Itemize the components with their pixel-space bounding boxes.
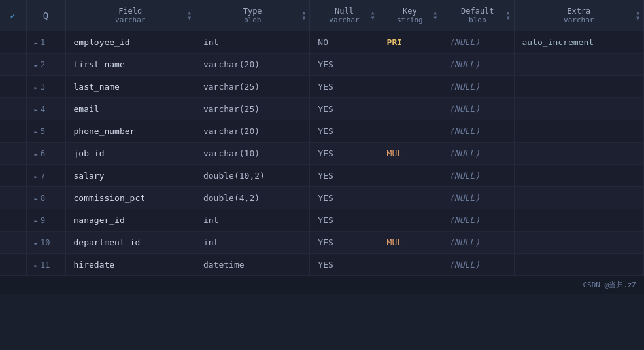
row-number: 3 <box>41 82 50 92</box>
key-cell <box>379 165 441 187</box>
default-cell: (NULL) <box>441 76 514 98</box>
row-expand-num[interactable]: ►11 <box>26 254 65 276</box>
table-row[interactable]: ►9manager_idintYES(NULL) <box>0 209 644 232</box>
row-expand-num[interactable]: ►1 <box>26 31 65 54</box>
expand-icon[interactable]: ► <box>35 40 38 46</box>
table-row[interactable]: ►7salarydouble(10,2)YES(NULL) <box>0 165 644 187</box>
table-row[interactable]: ►5phone_numbervarchar(20)YES(NULL) <box>0 120 644 143</box>
expand-icon[interactable]: ► <box>35 62 38 69</box>
field-column-header[interactable]: Fieldvarchar ▲▼ <box>65 0 195 31</box>
table-row[interactable]: ►2first_namevarchar(20)YES(NULL) <box>0 54 644 76</box>
row-checkbox[interactable] <box>0 76 26 98</box>
row-number: 6 <box>41 149 50 158</box>
expand-icon[interactable]: ► <box>35 262 38 269</box>
default-col-subtype: blob <box>449 16 505 24</box>
key-cell <box>379 187 441 209</box>
table-body: ►1employee_idintNOPRI(NULL)auto_incremen… <box>0 31 644 276</box>
null-cell: YES <box>310 143 379 165</box>
table-row[interactable]: ►11hiredatedatetimeYES(NULL) <box>0 254 644 276</box>
table-row[interactable]: ►10department_idintYESMUL(NULL) <box>0 232 644 254</box>
row-checkbox[interactable] <box>0 165 26 187</box>
type-cell: int <box>195 209 309 232</box>
expand-icon[interactable]: ► <box>35 173 38 180</box>
type-cell: int <box>195 31 309 54</box>
type-cell: varchar(20) <box>195 54 309 76</box>
footer-credit: CSDN @当归.zZ <box>0 276 644 294</box>
search-header[interactable]: Q <box>26 0 65 31</box>
search-icon[interactable]: Q <box>43 10 48 21</box>
key-cell <box>379 98 441 120</box>
key-cell: MUL <box>379 232 441 254</box>
row-checkbox[interactable] <box>0 98 26 120</box>
key-col-subtype: string <box>387 16 433 24</box>
row-checkbox[interactable] <box>0 54 26 76</box>
type-cell: varchar(10) <box>195 143 309 165</box>
null-sort-arrows[interactable]: ▲▼ <box>371 10 375 21</box>
type-column-header[interactable]: Typeblob ▲▼ <box>195 0 309 31</box>
type-cell: int <box>195 232 309 254</box>
row-expand-num[interactable]: ►5 <box>26 120 65 143</box>
row-expand-num[interactable]: ►8 <box>26 187 65 209</box>
database-table: ✓ Q Fieldvarchar ▲▼ Typeblob ▲▼ Nullvarc… <box>0 0 644 276</box>
row-checkbox[interactable] <box>0 187 26 209</box>
default-cell: (NULL) <box>441 165 514 187</box>
null-column-header[interactable]: Nullvarchar ▲▼ <box>310 0 379 31</box>
row-expand-num[interactable]: ►3 <box>26 76 65 98</box>
extra-cell <box>514 143 644 165</box>
null-cell: YES <box>310 187 379 209</box>
row-expand-num[interactable]: ►6 <box>26 143 65 165</box>
row-number: 8 <box>41 194 50 203</box>
expand-icon[interactable]: ► <box>35 196 38 202</box>
field-sort-arrows[interactable]: ▲▼ <box>188 10 191 21</box>
row-checkbox[interactable] <box>0 254 26 276</box>
key-cell <box>379 76 441 98</box>
expand-icon[interactable]: ► <box>35 151 38 158</box>
row-expand-num[interactable]: ►10 <box>26 232 65 254</box>
key-pri: PRI <box>387 37 402 47</box>
field-cell: employee_id <box>65 31 195 54</box>
row-expand-num[interactable]: ►9 <box>26 209 65 232</box>
row-expand-num[interactable]: ►7 <box>26 165 65 187</box>
null-cell: NO <box>310 31 379 54</box>
expand-icon[interactable]: ► <box>35 240 38 247</box>
row-number: 11 <box>41 260 55 270</box>
table-row[interactable]: ►8commission_pctdouble(4,2)YES(NULL) <box>0 187 644 209</box>
field-cell: phone_number <box>65 120 195 143</box>
row-checkbox[interactable] <box>0 143 26 165</box>
extra-cell <box>514 54 644 76</box>
extra-column-header[interactable]: Extravarchar ▲▼ <box>514 0 644 31</box>
expand-icon[interactable]: ► <box>35 129 38 135</box>
row-checkbox[interactable] <box>0 209 26 232</box>
table-row[interactable]: ►6job_idvarchar(10)YESMUL(NULL) <box>0 143 644 165</box>
extra-sort-arrows[interactable]: ▲▼ <box>636 10 639 21</box>
checkbox-header[interactable]: ✓ <box>0 0 26 31</box>
row-number: 2 <box>41 60 50 69</box>
table-row[interactable]: ►1employee_idintNOPRI(NULL)auto_incremen… <box>0 31 644 54</box>
row-number: 10 <box>41 238 55 247</box>
key-column-header[interactable]: Keystring ▲▼ <box>379 0 441 31</box>
table-row[interactable]: ►4emailvarchar(25)YES(NULL) <box>0 98 644 120</box>
row-checkbox[interactable] <box>0 120 26 143</box>
row-checkbox[interactable] <box>0 232 26 254</box>
expand-icon[interactable]: ► <box>35 218 38 224</box>
default-sort-arrows[interactable]: ▲▼ <box>507 10 510 21</box>
field-cell: manager_id <box>65 209 195 232</box>
default-column-header[interactable]: Defaultblob ▲▼ <box>441 0 514 31</box>
expand-icon[interactable]: ► <box>35 107 38 113</box>
row-checkbox[interactable] <box>0 31 26 54</box>
select-all-checkbox[interactable]: ✓ <box>10 10 16 21</box>
key-mul: MUL <box>387 149 402 158</box>
extra-cell <box>514 120 644 143</box>
default-cell: (NULL) <box>441 120 514 143</box>
null-cell: YES <box>310 254 379 276</box>
type-cell: datetime <box>195 254 309 276</box>
row-expand-num[interactable]: ►4 <box>26 98 65 120</box>
key-sort-arrows[interactable]: ▲▼ <box>433 10 437 21</box>
default-cell: (NULL) <box>441 254 514 276</box>
field-cell: job_id <box>65 143 195 165</box>
table-row[interactable]: ►3last_namevarchar(25)YES(NULL) <box>0 76 644 98</box>
row-expand-num[interactable]: ►2 <box>26 54 65 76</box>
type-sort-arrows[interactable]: ▲▼ <box>303 10 306 21</box>
row-number: 5 <box>41 127 50 136</box>
expand-icon[interactable]: ► <box>35 84 38 91</box>
